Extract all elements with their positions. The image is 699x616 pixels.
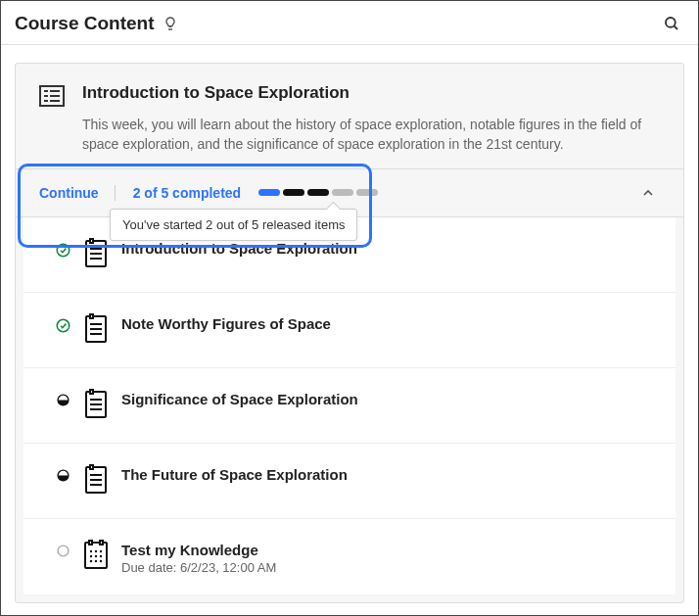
item-due-date: Due date: 6/2/23, 12:00 AM — [121, 560, 664, 575]
module-title: Introduction to Space Exploration — [82, 83, 660, 103]
svg-point-9 — [57, 244, 70, 257]
module-header: Introduction to Space Exploration This w… — [16, 64, 683, 168]
progress-row: Continue 2 of 5 completed You've started… — [16, 168, 683, 217]
progress-segment — [258, 189, 280, 196]
progress-tooltip-text: You've started 2 out of 5 released items — [122, 217, 345, 232]
module-description: This week, you will learn about the hist… — [82, 115, 660, 155]
document-icon — [82, 463, 110, 498]
item-title: Note Worthy Figures of Space — [121, 315, 664, 332]
content-item[interactable]: The Future of Space Exploration — [23, 444, 676, 519]
svg-point-14 — [57, 319, 70, 332]
item-text: Significance of Space Exploration — [121, 388, 664, 407]
panel-body: Introduction to Space Exploration This w… — [1, 45, 698, 615]
svg-point-36 — [100, 554, 102, 556]
half-circle-icon — [55, 388, 70, 406]
course-content-panel: Course Content — [0, 0, 699, 616]
continue-button[interactable]: Continue — [39, 185, 116, 201]
document-icon — [82, 237, 110, 272]
search-button[interactable] — [659, 11, 684, 36]
svg-point-32 — [95, 549, 97, 551]
svg-point-35 — [95, 554, 97, 556]
collapse-toggle[interactable] — [636, 181, 660, 205]
svg-point-31 — [90, 549, 92, 551]
content-item[interactable]: Note Worthy Figures of Space — [23, 293, 676, 368]
content-item[interactable]: Test my KnowledgeDue date: 6/2/23, 12:00… — [23, 519, 676, 594]
module-items: Introduction to Space ExplorationNote Wo… — [23, 217, 676, 594]
item-title: Significance of Space Exploration — [121, 391, 664, 407]
svg-point-38 — [95, 559, 97, 561]
progress-segment — [356, 189, 378, 196]
svg-point-33 — [100, 549, 102, 551]
svg-point-0 — [666, 18, 676, 27]
item-text: Note Worthy Figures of Space — [121, 312, 664, 332]
progress-segment — [283, 189, 304, 196]
module-card: Introduction to Space Exploration This w… — [15, 63, 684, 603]
half-circle-icon — [55, 463, 70, 482]
quiz-icon — [82, 539, 110, 574]
check-circle-icon — [55, 237, 70, 258]
panel-header: Course Content — [1, 1, 698, 45]
lightbulb-icon[interactable] — [163, 16, 178, 31]
item-title: The Future of Space Exploration — [121, 466, 664, 483]
document-icon — [82, 312, 110, 348]
empty-circle-icon — [55, 539, 70, 557]
item-title: Test my Knowledge — [121, 542, 664, 558]
svg-point-29 — [58, 545, 69, 556]
document-icon — [82, 388, 110, 423]
item-text: Test my KnowledgeDue date: 6/2/23, 12:00… — [121, 539, 664, 575]
svg-point-39 — [100, 559, 102, 561]
chevron-up-icon — [640, 185, 656, 201]
progress-bar — [258, 189, 378, 196]
check-circle-icon — [55, 312, 70, 333]
item-text: The Future of Space Exploration — [121, 463, 664, 483]
search-icon — [663, 15, 680, 32]
progress-segment — [307, 189, 329, 196]
progress-tooltip: You've started 2 out of 5 released items — [110, 209, 357, 241]
svg-point-37 — [90, 559, 92, 561]
progress-segment — [332, 189, 353, 196]
content-item[interactable]: Significance of Space Exploration — [23, 368, 676, 444]
svg-point-34 — [90, 554, 92, 556]
progress-count-text: 2 of 5 completed — [133, 185, 241, 201]
svg-line-1 — [674, 25, 677, 29]
module-icon — [39, 85, 65, 107]
item-title: Introduction to Space Exploration — [121, 240, 664, 257]
page-title: Course Content — [15, 13, 155, 34]
